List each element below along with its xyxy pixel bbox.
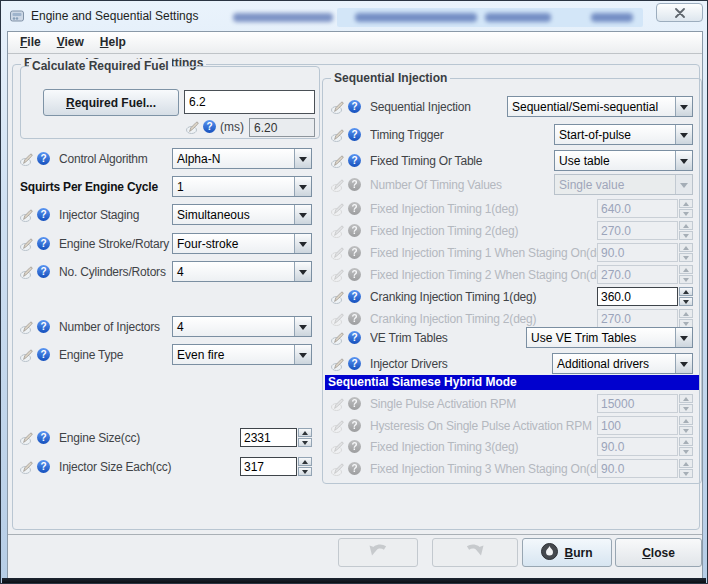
engine-size-cc-field[interactable]: [240, 428, 297, 447]
timing-trigger-combo[interactable]: Start-of-pulse: [554, 124, 693, 145]
help-icon[interactable]: ?: [348, 128, 361, 141]
help-icon[interactable]: ?: [37, 460, 50, 473]
combo-value: Alpha-N: [173, 152, 294, 166]
injector-size-each-cc-field[interactable]: [240, 457, 297, 476]
row-fixed-injection-timing-3-deg: ?Fixed Injection Timing 3(deg): [331, 436, 693, 457]
chevron-down-icon: [294, 262, 311, 281]
ve-trim-tables-label: VE Trim Tables: [370, 331, 526, 345]
cranking-injection-timing-1-deg-field[interactable]: [597, 287, 678, 306]
chevron-down-icon: [675, 151, 692, 170]
combo-value: Start-of-pulse: [555, 128, 675, 142]
spinner-down-icon: [679, 426, 693, 435]
spinner-buttons: [679, 416, 693, 435]
help-icon: ?: [348, 202, 361, 215]
injector-drivers-combo[interactable]: Additional drivers: [552, 353, 693, 374]
help-icon[interactable]: ?: [348, 331, 361, 344]
help-icon[interactable]: ?: [37, 152, 50, 165]
chevron-down-icon: [675, 175, 692, 194]
pencil-icon[interactable]: [331, 290, 345, 303]
row-number-of-timing-values: ?Number Of Timing ValuesSingle value: [331, 174, 693, 195]
combo-value: Use table: [555, 154, 675, 168]
help-icon[interactable]: ?: [348, 290, 361, 303]
spinner-up-icon[interactable]: [298, 457, 312, 466]
pencil-icon[interactable]: [331, 128, 345, 141]
pencil-icon[interactable]: [331, 357, 345, 370]
no-cylinders-rotors-combo[interactable]: 4: [172, 261, 312, 282]
combo-value: Additional drivers: [553, 357, 675, 371]
pencil-icon[interactable]: [20, 460, 34, 473]
engine-stroke-rotary-combo[interactable]: Four-stroke: [172, 233, 312, 254]
spinner-buttons: [679, 394, 693, 413]
sequential-group: Sequential Injection ?Sequential Injecti…: [322, 78, 702, 484]
pencil-icon: [331, 462, 345, 475]
pencil-icon[interactable]: [20, 320, 34, 333]
squirts-per-engine-cycle-combo[interactable]: 1: [172, 176, 312, 197]
row-fixed-injection-timing-2-deg: ?Fixed Injection Timing 2(deg): [331, 220, 693, 241]
spinner-down-icon[interactable]: [679, 297, 693, 306]
pencil-icon: [331, 202, 345, 215]
help-icon[interactable]: ?: [37, 348, 50, 361]
squirts-per-engine-cycle-label: Squirts Per Engine Cycle: [20, 180, 172, 194]
titlebar-close-button[interactable]: [656, 3, 703, 22]
close-label: Close: [642, 546, 675, 560]
help-icon[interactable]: ?: [37, 320, 50, 333]
pencil-icon[interactable]: [20, 208, 34, 221]
fixed-injection-timing-2-deg-label: Fixed Injection Timing 2(deg): [370, 224, 597, 238]
help-icon[interactable]: ?: [348, 154, 361, 167]
pencil-icon[interactable]: [20, 152, 34, 165]
spinner-up-icon[interactable]: [679, 287, 693, 296]
pencil-icon[interactable]: [20, 237, 34, 250]
engine-type-label: Engine Type: [59, 348, 172, 362]
combo-value: Sequential/Semi-sequential: [508, 100, 675, 114]
close-button[interactable]: Close: [615, 538, 702, 567]
timing-trigger-label: Timing Trigger: [370, 128, 554, 142]
combo-value: Use VE Trim Tables: [527, 331, 675, 345]
pencil-icon[interactable]: [20, 431, 34, 444]
combo-value: Four-stroke: [173, 237, 294, 251]
spinner-buttons: [679, 265, 693, 284]
control-algorithm-combo[interactable]: Alpha-N: [172, 148, 312, 169]
help-icon[interactable]: ?: [348, 357, 361, 370]
fixed-injection-timing-1-deg-label: Fixed Injection Timing 1(deg): [370, 202, 597, 216]
spinner-down-icon[interactable]: [298, 438, 312, 447]
engine-stroke-rotary-label: Engine Stroke/Rotary: [59, 237, 172, 251]
hysteresis-on-single-pulse-activation-rpm-spinner: [597, 416, 693, 435]
help-icon[interactable]: ?: [348, 100, 361, 113]
number-of-injectors-combo[interactable]: 4: [172, 316, 312, 337]
spinner-down-icon: [679, 275, 693, 284]
pencil-icon: [331, 178, 345, 191]
sequential-injection-combo[interactable]: Sequential/Semi-sequential: [507, 96, 693, 117]
background-tab-blur: [233, 13, 333, 22]
dialog-window: Engine and Sequential Settings FileViewH…: [0, 0, 708, 584]
help-icon[interactable]: ?: [37, 237, 50, 250]
redo-button: [432, 538, 518, 567]
help-icon[interactable]: ?: [37, 431, 50, 444]
ve-trim-tables-combo[interactable]: Use VE Trim Tables: [526, 327, 693, 348]
row-fixed-injection-timing-1-deg: ?Fixed Injection Timing 1(deg): [331, 198, 693, 219]
chevron-down-icon: [294, 234, 311, 253]
title-bar[interactable]: Engine and Sequential Settings: [1, 1, 707, 31]
injector-staging-combo[interactable]: Simultaneous: [172, 204, 312, 225]
spinner-up-icon[interactable]: [298, 428, 312, 437]
burn-button[interactable]: Burn: [522, 538, 612, 567]
help-icon[interactable]: ?: [37, 208, 50, 221]
fixed-timing-or-table-combo[interactable]: Use table: [554, 150, 693, 171]
help-icon[interactable]: ?: [37, 265, 50, 278]
row-fixed-timing-or-table: ?Fixed Timing Or TableUse table: [331, 150, 693, 171]
close-icon: [674, 4, 686, 22]
help-icon: ?: [348, 312, 361, 325]
pencil-icon[interactable]: [20, 265, 34, 278]
cranking-injection-timing-2-deg-field: [597, 309, 678, 328]
pencil-icon[interactable]: [331, 100, 345, 113]
injector-drivers-label: Injector Drivers: [370, 357, 552, 371]
pencil-icon[interactable]: [20, 348, 34, 361]
combo-value: 4: [173, 265, 294, 279]
pencil-icon[interactable]: [331, 331, 345, 344]
engine-type-combo[interactable]: Even fire: [172, 344, 312, 365]
sequential-rows: ?Sequential InjectionSequential/Semi-seq…: [323, 79, 701, 483]
spinner-down-icon[interactable]: [298, 467, 312, 476]
spinner-up-icon: [679, 199, 693, 208]
pencil-icon: [331, 440, 345, 453]
row-fixed-injection-timing-3-when-staging-on-deg: ?Fixed Injection Timing 3 When Staging O…: [331, 458, 693, 479]
pencil-icon[interactable]: [331, 154, 345, 167]
